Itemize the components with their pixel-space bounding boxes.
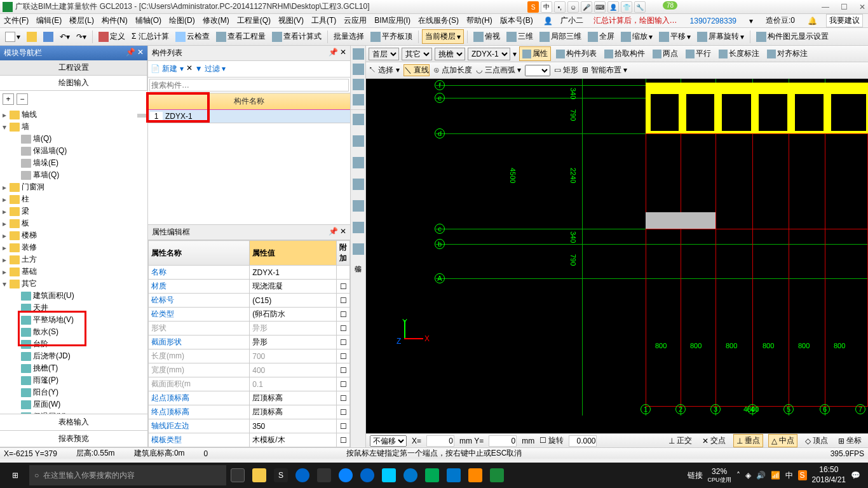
display-settings-button[interactable]: 构件图元显示设置	[754, 30, 831, 43]
menu-draw[interactable]: 绘图(D)	[165, 15, 199, 26]
mid-snap[interactable]: △ 中点	[768, 434, 797, 447]
new-component-button[interactable]: 📄 新建 ▾	[151, 64, 184, 74]
tray-up-icon[interactable]: ˄	[736, 471, 740, 480]
component-tree[interactable]: ▸轴线 ▾墙 墙(Q) 保温墙(Q) 墙垛(E) 幕墙(Q) ▸门窗洞 ▸柱 ▸…	[0, 107, 147, 414]
trim-button[interactable]: 修剪	[353, 151, 363, 153]
split-button[interactable]: 分割	[353, 215, 363, 218]
task-icon[interactable]	[227, 465, 248, 485]
current-floor-button[interactable]: 当前楼层▾	[422, 29, 464, 44]
two-point-button[interactable]: 两点	[650, 47, 681, 60]
3d-button[interactable]: 三维	[504, 30, 536, 43]
score-badge[interactable]: 78	[663, 1, 677, 10]
prop-pin-icon[interactable]: 📌 ✕	[329, 227, 346, 238]
avatar-icon[interactable]: 👤	[539, 17, 557, 25]
fullscreen-button[interactable]: 全屏	[585, 30, 617, 43]
menu-component[interactable]: 构件(N)	[98, 15, 132, 26]
task-icon[interactable]	[465, 465, 485, 485]
property-button[interactable]: 属性	[519, 46, 551, 61]
merge-button[interactable]: 合并	[353, 194, 363, 196]
tab-draw-input[interactable]: 绘图输入	[0, 76, 147, 90]
vtool-icon[interactable]	[353, 48, 364, 60]
user-name[interactable]: 广小二	[557, 15, 587, 26]
ime-lang-icon[interactable]: 中	[541, 1, 552, 13]
task-icon[interactable]	[487, 465, 507, 485]
pin-icon[interactable]: 📌 ✕	[126, 48, 144, 58]
task-icon[interactable]: S	[271, 465, 291, 485]
new-icon[interactable]: ▾	[3, 30, 23, 43]
cross-snap[interactable]: ✕ 交点	[700, 435, 728, 447]
parallel-button[interactable]: 平行	[683, 47, 714, 60]
align-slab-button[interactable]: 平齐板顶	[368, 30, 415, 43]
drawing-canvas[interactable]: f e d c b A 1 2 3 4 5 6 7 340 790 4500 2…	[366, 79, 868, 433]
vtool-icon[interactable]	[353, 157, 364, 168]
cloud-check-button[interactable]: 云检查	[173, 30, 212, 43]
coord-snap[interactable]: ⊞ 坐标	[836, 435, 864, 447]
rect-tool[interactable]: ▭ 矩形	[554, 65, 578, 76]
ime-kbd-icon[interactable]: ⌨	[594, 1, 606, 13]
start-button[interactable]: ⊞	[3, 465, 28, 485]
minimize-icon[interactable]: —	[822, 3, 829, 11]
tray-notification-icon[interactable]: 💬	[851, 471, 860, 480]
filter-button[interactable]: ▼ 过滤 ▾	[195, 64, 226, 74]
task-icon[interactable]	[292, 465, 313, 485]
vtool-icon[interactable]	[353, 64, 364, 75]
tray-dropbox-icon[interactable]: ◈	[745, 471, 751, 480]
list-row[interactable]: 1ZDYX-1	[148, 110, 350, 123]
tray-ime-icon[interactable]: 中	[785, 470, 793, 481]
align-dim-button[interactable]: 对齐标注	[764, 47, 810, 60]
line-tool[interactable]: ＼ 直线	[403, 64, 430, 76]
menu-help[interactable]: 帮助(H)	[463, 15, 496, 26]
smart-layout-tool[interactable]: ⊞ 智能布置 ▾	[582, 65, 627, 76]
menu-cloud[interactable]: 云应用	[340, 15, 370, 26]
taskbar-search[interactable]: ○ 在这里输入你要搜索的内容	[29, 465, 226, 485]
delete-icon[interactable]: ✕	[186, 64, 193, 74]
rotation-input[interactable]	[569, 435, 597, 447]
tab-report-preview[interactable]: 报表预览	[0, 431, 147, 447]
perp-snap[interactable]: ⊥ 垂点	[733, 434, 763, 447]
view-qty-button[interactable]: 查看工程量	[214, 30, 268, 43]
top-view-button[interactable]: 俯视	[471, 30, 503, 43]
sum-button[interactable]: Σ 汇总计算	[129, 30, 172, 43]
bell-icon[interactable]: 🔔	[804, 17, 821, 25]
align-button[interactable]: 对齐	[353, 237, 363, 240]
task-icon[interactable]	[379, 465, 399, 485]
maximize-icon[interactable]: ☐	[841, 3, 848, 11]
ime-punct-icon[interactable]: •,	[554, 1, 566, 13]
task-icon[interactable]	[314, 465, 334, 485]
task-icon[interactable]	[357, 465, 377, 485]
vtool-icon[interactable]	[353, 79, 364, 90]
menu-quantity[interactable]: 工程量(Q)	[233, 15, 275, 26]
vtool-icon[interactable]	[353, 200, 364, 212]
task-icon[interactable]	[249, 465, 269, 485]
task-icon[interactable]	[422, 465, 442, 485]
menu-aux[interactable]: 辅轴(O)	[132, 15, 165, 26]
ime-mic-icon[interactable]: 🎤	[581, 1, 592, 13]
offset-button[interactable]: 偏移	[353, 259, 363, 261]
ortho-snap[interactable]: ⊥ 正交	[666, 435, 695, 447]
tray-sogou-icon[interactable]: S	[798, 470, 807, 480]
local-3d-button[interactable]: 局部三维	[537, 30, 584, 43]
task-icon[interactable]	[400, 465, 421, 485]
pan-button[interactable]: 平移▾	[656, 30, 693, 43]
tray-clock[interactable]: 16:502018/4/21	[812, 465, 846, 485]
menu-floor[interactable]: 楼层(L)	[65, 15, 98, 26]
type-select[interactable]: 挑檐	[435, 48, 465, 60]
x-input[interactable]	[426, 435, 454, 447]
define-button[interactable]: 定义	[96, 30, 128, 43]
component-select[interactable]: ZDYX-1	[468, 48, 510, 60]
ime-smile-icon[interactable]: ☺	[567, 1, 579, 13]
open-icon[interactable]	[24, 30, 39, 43]
menu-version[interactable]: 版本号(B)	[496, 15, 537, 26]
link-label[interactable]: 链接	[688, 470, 703, 481]
menu-file[interactable]: 文件(F)	[0, 15, 32, 26]
vtool-icon[interactable]	[353, 114, 364, 125]
redo-icon[interactable]: ↷▾	[74, 31, 89, 43]
tab-table-input[interactable]: 表格输入	[0, 414, 147, 431]
batch-select-button[interactable]: 批量选择	[331, 30, 367, 43]
vtool-icon[interactable]	[353, 179, 364, 190]
tray-network-icon[interactable]: 📶	[771, 471, 780, 480]
sogou-icon[interactable]: S	[527, 1, 539, 13]
task-icon[interactable]	[336, 465, 356, 485]
tray-volume-icon[interactable]: 🔊	[756, 471, 766, 480]
menu-modify[interactable]: 修改(M)	[199, 15, 233, 26]
